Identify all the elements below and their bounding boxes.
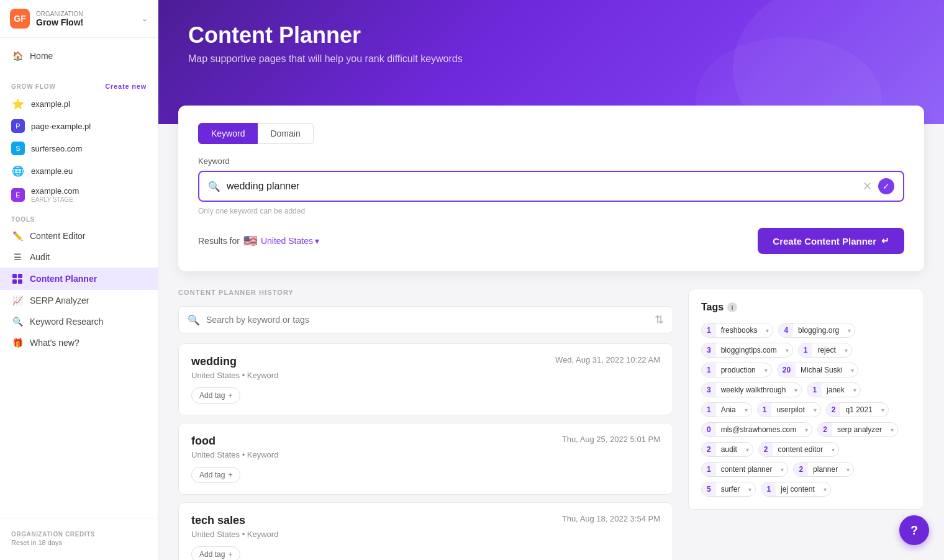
audit-icon: ☰ xyxy=(11,252,24,262)
clear-icon[interactable]: ✕ xyxy=(863,179,872,193)
us-flag: 🇺🇸 xyxy=(243,234,257,248)
keyword-hint: Only one keyword can be added xyxy=(198,207,904,215)
org-switcher[interactable]: GF Organization Grow Flow! ⌄ xyxy=(0,0,158,38)
keyword-input[interactable] xyxy=(227,181,856,192)
history-date-2: Thu, Aug 18, 2022 3:54 PM xyxy=(562,514,660,523)
star-icon: ⭐ xyxy=(12,98,24,110)
whats-new-icon: 🎁 xyxy=(11,338,24,348)
project-label-example-com: example.com xyxy=(31,186,79,196)
tag-item-8[interactable]: 1Ania▾ xyxy=(701,402,752,417)
country-chevron-icon: ▾ xyxy=(315,236,319,246)
sidebar-item-audit[interactable]: ☰ Audit xyxy=(0,246,158,268)
sidebar-item-content-editor-label: Content Editor xyxy=(30,231,86,241)
history-meta-0: United States • Keyword xyxy=(191,371,660,380)
tag-item-18[interactable]: 1jej content▾ xyxy=(761,482,830,497)
tag-item-17[interactable]: 5surfer▾ xyxy=(701,482,756,497)
project-icon-page-example: P xyxy=(11,119,25,133)
sidebar-item-content-planner[interactable]: Content Planner xyxy=(0,268,158,290)
grow-flow-label: GROW FLOW xyxy=(11,83,56,90)
tag-item-10[interactable]: 2q1 2021▾ xyxy=(826,402,889,417)
sidebar-item-keyword-research[interactable]: 🔍 Keyword Research xyxy=(0,311,158,332)
tag-item-2[interactable]: 3bloggingtips.com▾ xyxy=(701,343,793,358)
history-card-header-2: tech sales Thu, Aug 18, 2022 3:54 PM xyxy=(191,514,660,527)
content-planner-icon xyxy=(11,273,24,284)
add-tag-label-1: Add tag xyxy=(199,471,225,479)
tag-item-14[interactable]: 2content editor▾ xyxy=(758,442,839,457)
add-tag-plus-icon-0: + xyxy=(228,391,232,400)
org-credits-reset: Reset in 18 days xyxy=(11,539,62,546)
tools-section-label: TOOLS xyxy=(0,207,158,225)
org-label: Organization xyxy=(36,11,142,17)
tab-row: Keyword Domain xyxy=(198,123,904,144)
tags-grid: 1freshbooks▾4blogging.org▾3bloggingtips.… xyxy=(701,323,911,497)
history-keyword-1[interactable]: food xyxy=(191,435,216,448)
history-search-input[interactable] xyxy=(206,315,648,325)
results-row: Results for 🇺🇸 United States ▾ Create Co… xyxy=(198,228,904,254)
project-label-page-example: page-example.pl xyxy=(31,122,91,131)
tag-item-13[interactable]: 2audit▾ xyxy=(701,442,753,457)
org-name: Grow Flow! xyxy=(36,17,142,27)
tag-item-3[interactable]: 1reject▾ xyxy=(798,343,852,358)
filter-icon[interactable]: ⇅ xyxy=(655,313,664,327)
history-item-0: wedding Wed, Aug 31, 2022 10:22 AM Unite… xyxy=(178,343,673,415)
tag-item-16[interactable]: 2planner▾ xyxy=(793,462,854,477)
sidebar-item-whats-new[interactable]: 🎁 What's new? xyxy=(0,332,158,353)
tag-item-11[interactable]: 0mls@strawhomes.com▾ xyxy=(701,422,812,437)
project-label-example-pl: example.pl xyxy=(31,99,70,109)
keyword-research-icon: 🔍 xyxy=(11,317,24,327)
add-tag-label-0: Add tag xyxy=(199,391,225,400)
history-items: wedding Wed, Aug 31, 2022 10:22 AM Unite… xyxy=(178,343,673,560)
tags-info-icon[interactable]: i xyxy=(727,302,737,312)
sidebar-item-content-editor[interactable]: ✏️ Content Editor xyxy=(0,225,158,246)
project-example-eu[interactable]: 🌐 example.eu xyxy=(0,160,158,182)
project-example-com[interactable]: E example.com EARLY STAGE xyxy=(0,182,158,207)
tag-item-4[interactable]: 1production▾ xyxy=(701,363,772,377)
page-title: Content Planner xyxy=(188,22,914,48)
tab-keyword[interactable]: Keyword xyxy=(198,123,258,144)
tag-item-12[interactable]: 2serp analyzer▾ xyxy=(817,422,898,437)
sidebar-bottom: ORGANIZATION CREDITS Reset in 18 days xyxy=(0,518,158,560)
tab-domain[interactable]: Domain xyxy=(258,123,313,144)
project-page-example-pl[interactable]: P page-example.pl xyxy=(0,115,158,137)
tag-item-7[interactable]: 1janek▾ xyxy=(807,382,860,397)
content-area: Keyword Domain Keyword 🔍 ✕ ✓ Only one ke… xyxy=(158,106,944,560)
history-keyword-2[interactable]: tech sales xyxy=(191,514,245,527)
tag-item-1[interactable]: 4blogging.org▾ xyxy=(778,323,855,338)
help-button[interactable]: ? xyxy=(899,515,929,545)
project-sub-example-com: EARLY STAGE xyxy=(31,196,79,203)
tag-item-5[interactable]: 20Michał Suski▾ xyxy=(777,363,859,377)
org-credits: ORGANIZATION CREDITS Reset in 18 days xyxy=(0,525,158,553)
add-tag-button-0[interactable]: Add tag + xyxy=(191,387,240,404)
add-tag-button-2[interactable]: Add tag + xyxy=(191,546,240,560)
sidebar-item-home-label: Home xyxy=(30,51,53,61)
results-for: Results for 🇺🇸 United States ▾ xyxy=(198,234,319,248)
project-icon-example-eu: 🌐 xyxy=(11,164,25,178)
tags-title: Tags xyxy=(701,302,724,313)
org-credits-label: ORGANIZATION CREDITS xyxy=(11,531,147,538)
svg-rect-2 xyxy=(12,279,17,284)
history-section-title: CONTENT PLANNER HISTORY xyxy=(178,289,673,296)
project-example-pl[interactable]: ⭐ example.pl xyxy=(0,93,158,115)
sidebar-item-home[interactable]: 🏠 Home xyxy=(0,45,158,66)
tag-item-0[interactable]: 1freshbooks▾ xyxy=(701,323,773,338)
projects-list: ⭐ example.pl P page-example.pl S surfers… xyxy=(0,93,158,207)
tag-item-9[interactable]: 1userpilot▾ xyxy=(757,402,821,417)
history-card-header-0: wedding Wed, Aug 31, 2022 10:22 AM xyxy=(191,355,660,368)
history-meta-2: United States • Keyword xyxy=(191,530,660,539)
main-nav: 🏠 Home xyxy=(0,38,158,74)
org-text: Organization Grow Flow! xyxy=(36,11,142,27)
create-new-link[interactable]: Create new xyxy=(105,83,147,90)
create-content-planner-button[interactable]: Create Content Planner ↵ xyxy=(758,228,904,254)
tag-item-6[interactable]: 3weekly walkthrough▾ xyxy=(701,382,802,397)
project-icon-example-com: E xyxy=(11,188,25,202)
country-selector[interactable]: United States ▾ xyxy=(261,236,319,246)
svg-rect-0 xyxy=(12,274,17,278)
history-keyword-0[interactable]: wedding xyxy=(191,355,237,368)
project-surferseo[interactable]: S surferseo.com xyxy=(0,137,158,160)
history-search-bar: 🔍 ⇅ xyxy=(178,306,673,333)
tag-item-15[interactable]: 1content planner▾ xyxy=(701,462,788,477)
sidebar-item-serp-analyzer[interactable]: 📈 SERP Analyzer xyxy=(0,290,158,311)
project-label-surferseo: surferseo.com xyxy=(31,144,82,153)
add-tag-button-1[interactable]: Add tag + xyxy=(191,467,240,483)
search-card: Keyword Domain Keyword 🔍 ✕ ✓ Only one ke… xyxy=(178,106,924,271)
